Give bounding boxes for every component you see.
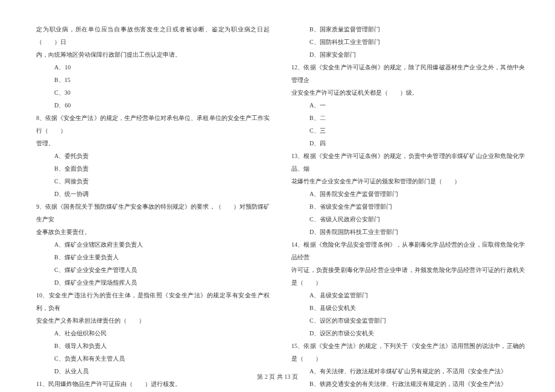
- q7-option-c: C、30: [36, 86, 270, 99]
- q9-option-d: D、煤矿企业生产现场指挥人员: [36, 276, 270, 289]
- q10-option-b: B、领导人和负责人: [36, 340, 270, 352]
- q12-option-d: D、四: [291, 137, 525, 150]
- q11-option-b: B、国家质量监督管理部门: [291, 23, 525, 36]
- q10-option-a: A、社会组织和公民: [36, 327, 270, 340]
- page-container: 定为职业病，所在单位应当自事故伤害发生之日或者被诊断、鉴定为职业病之日起（ ）日…: [0, 0, 555, 359]
- q8-text-line2: 管理。: [36, 137, 270, 150]
- q10-option-c: C、负责人和有关主管人员: [36, 352, 270, 365]
- q8-option-b: B、全面负责: [36, 162, 270, 175]
- q8-option-a: A、委托负责: [36, 150, 270, 162]
- q11-option-d: D、国家安全部门: [291, 48, 525, 61]
- q9-option-a: A、煤矿企业辖区政府主要负责人: [36, 238, 270, 251]
- q14-option-a: A、县级安全监管部门: [291, 289, 525, 302]
- q10-text-line2: 安全生产义务和承担法律责任的（ ）: [36, 314, 270, 327]
- q13-option-d: D、国务院国防科技工业主管部门: [291, 226, 525, 238]
- q14-option-c: C、设区的市级安全监管部门: [291, 314, 525, 327]
- q8-option-c: C、间接负责: [36, 175, 270, 188]
- left-column: 定为职业病，所在单位应当自事故伤害发生之日或者被诊断、鉴定为职业病之日起（ ）日…: [36, 23, 270, 341]
- q12-text-line2: 业安全生产许可证的发证机关都是（ ）级。: [291, 86, 525, 99]
- q13-text-line2: 花爆竹生产企业安全生产许可证的颁发和管理的部门是（ ）: [291, 175, 525, 188]
- q7-option-a: A、10: [36, 61, 270, 74]
- page-footer: 第 2 页 共 13 页: [0, 373, 555, 381]
- right-column: B、国家质量监督管理部门 C、国防科技工业主管部门 D、国家安全部门 12、依据…: [291, 23, 525, 341]
- q7-option-d: D、60: [36, 99, 270, 112]
- q9-option-c: C、煤矿企业安全生产管理人员: [36, 264, 270, 276]
- q15-text-line1: 15、依据《安全生产法》的规定，下列关于《安全生产法》适用范围的说法中，正确的是…: [291, 340, 525, 365]
- q13-text-line1: 13、根据《安全生产许可证条例》的规定，负责中央管理的非煤矿矿山企业和危险化学品…: [291, 150, 525, 175]
- q8-option-d: D、统一协调: [36, 188, 270, 200]
- q7-option-b: B、15: [36, 74, 270, 86]
- q14-option-b: B、县级公安机关: [291, 302, 525, 314]
- q13-option-c: C、省级人民政府公安部门: [291, 213, 525, 226]
- q13-option-b: B、省级安全生产监督管理部门: [291, 200, 525, 213]
- q12-option-a: A、一: [291, 99, 525, 112]
- q11-option-c: C、国防科技工业主管部门: [291, 36, 525, 48]
- q14-option-d: D、设区的市级公安机关: [291, 327, 525, 340]
- q7-text-line1: 定为职业病，所在单位应当自事故伤害发生之日或者被诊断、鉴定为职业病之日起（ ）日: [36, 23, 270, 48]
- q14-text-line1: 14、根据《危险化学品安全管理条例》，从事剧毒化学品经营的企业，应取得危险化学品…: [291, 238, 525, 264]
- q12-text-line1: 12、依据《安全生产许可证条例》的规定，除了民用爆破器材生产企业之外，其他中央管…: [291, 61, 525, 86]
- q9-text-line1: 9、依据《国务院关于预防煤矿生产安全事故的特别规定》的要求，（ ）对预防煤矿生产…: [36, 200, 270, 226]
- q9-option-b: B、煤矿企业主要负责人: [36, 251, 270, 264]
- q12-option-b: B、二: [291, 112, 525, 124]
- q7-text-line2: 内，向统筹地区劳动保障行政部门提出工伤认定申请。: [36, 48, 270, 61]
- q9-text-line2: 全事故负主要责任。: [36, 226, 270, 238]
- q13-option-a: A、国务院安全生产监督管理部门: [291, 188, 525, 200]
- q10-text-line1: 10、安全生产违法行为的责任主体，是指依照《安全生产法》的规定享有安全生产权利，…: [36, 289, 270, 314]
- q14-text-line2: 许可证，负责接受剧毒化学品经营企业申请，并颁发危险化学品经营许可证的行政机关是（…: [291, 264, 525, 289]
- q12-option-c: C、三: [291, 124, 525, 137]
- q8-text-line1: 8、依据《安全生产法》的规定，生产经营单位对承包单位、承租单位的安全生产工作实行…: [36, 112, 270, 137]
